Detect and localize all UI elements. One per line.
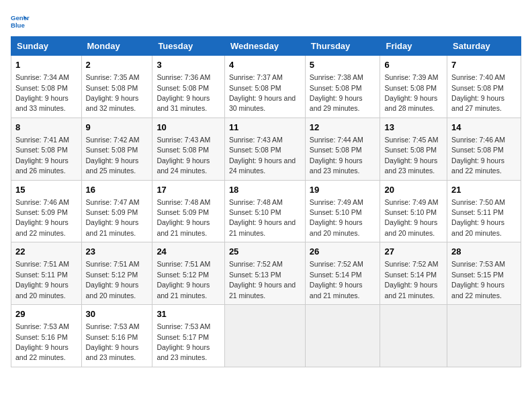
calendar-cell: 9Sunrise: 7:42 AMSunset: 5:08 PMDaylight… <box>81 118 152 180</box>
calendar-cell: 29Sunrise: 7:53 AMSunset: 5:16 PMDayligh… <box>11 305 82 367</box>
day-number: 7 <box>451 59 517 71</box>
day-number: 22 <box>15 246 77 258</box>
day-info: Sunrise: 7:46 AMSunset: 5:09 PMDaylight:… <box>15 198 69 237</box>
day-info: Sunrise: 7:53 AMSunset: 5:16 PMDaylight:… <box>15 322 69 361</box>
calendar-cell: 18Sunrise: 7:48 AMSunset: 5:10 PMDayligh… <box>224 180 305 242</box>
day-number: 3 <box>157 59 220 71</box>
calendar-cell: 15Sunrise: 7:46 AMSunset: 5:09 PMDayligh… <box>11 180 82 242</box>
calendar-cell: 1Sunrise: 7:34 AMSunset: 5:08 PMDaylight… <box>11 56 82 118</box>
day-number: 24 <box>157 246 220 258</box>
day-number: 16 <box>86 184 148 196</box>
calendar-cell: 20Sunrise: 7:49 AMSunset: 5:10 PMDayligh… <box>380 180 447 242</box>
calendar-cell: 14Sunrise: 7:46 AMSunset: 5:08 PMDayligh… <box>447 118 521 180</box>
day-number: 15 <box>15 184 77 196</box>
calendar-cell: 21Sunrise: 7:50 AMSunset: 5:11 PMDayligh… <box>447 180 521 242</box>
day-info: Sunrise: 7:48 AMSunset: 5:10 PMDaylight:… <box>229 198 296 237</box>
day-info: Sunrise: 7:51 AMSunset: 5:12 PMDaylight:… <box>157 260 210 299</box>
day-info: Sunrise: 7:37 AMSunset: 5:08 PMDaylight:… <box>229 73 296 112</box>
day-info: Sunrise: 7:52 AMSunset: 5:14 PMDaylight:… <box>310 260 363 299</box>
calendar-cell: 6Sunrise: 7:39 AMSunset: 5:08 PMDaylight… <box>380 56 447 118</box>
calendar-cell: 26Sunrise: 7:52 AMSunset: 5:14 PMDayligh… <box>305 242 380 305</box>
calendar-week-5: 29Sunrise: 7:53 AMSunset: 5:16 PMDayligh… <box>11 305 521 367</box>
day-number: 26 <box>310 246 376 258</box>
calendar-cell: 3Sunrise: 7:36 AMSunset: 5:08 PMDaylight… <box>152 56 224 118</box>
day-number: 17 <box>157 184 220 196</box>
calendar-header: SundayMondayTuesdayWednesdayThursdayFrid… <box>11 37 521 56</box>
calendar-cell: 2Sunrise: 7:35 AMSunset: 5:08 PMDaylight… <box>81 56 152 118</box>
day-number: 13 <box>384 122 443 134</box>
day-number: 5 <box>310 59 376 71</box>
day-number: 30 <box>86 308 148 320</box>
day-number: 4 <box>229 59 301 71</box>
calendar-cell <box>224 305 305 367</box>
day-info: Sunrise: 7:45 AMSunset: 5:08 PMDaylight:… <box>384 136 438 175</box>
day-number: 20 <box>384 184 443 196</box>
day-info: Sunrise: 7:47 AMSunset: 5:09 PMDaylight:… <box>86 198 140 237</box>
calendar-cell: 12Sunrise: 7:44 AMSunset: 5:08 PMDayligh… <box>305 118 380 180</box>
day-info: Sunrise: 7:41 AMSunset: 5:08 PMDaylight:… <box>15 136 69 175</box>
calendar-cell: 22Sunrise: 7:51 AMSunset: 5:11 PMDayligh… <box>11 242 82 305</box>
day-info: Sunrise: 7:39 AMSunset: 5:08 PMDaylight:… <box>384 73 438 112</box>
calendar-cell: 28Sunrise: 7:53 AMSunset: 5:15 PMDayligh… <box>447 242 521 305</box>
calendar-cell: 13Sunrise: 7:45 AMSunset: 5:08 PMDayligh… <box>380 118 447 180</box>
logo: General Blue <box>11 11 32 30</box>
day-number: 8 <box>15 122 77 134</box>
calendar-cell: 16Sunrise: 7:47 AMSunset: 5:09 PMDayligh… <box>81 180 152 242</box>
day-info: Sunrise: 7:53 AMSunset: 5:16 PMDaylight:… <box>86 322 140 361</box>
calendar-cell: 4Sunrise: 7:37 AMSunset: 5:08 PMDaylight… <box>224 56 305 118</box>
day-number: 29 <box>15 308 77 320</box>
calendar-week-4: 22Sunrise: 7:51 AMSunset: 5:11 PMDayligh… <box>11 242 521 305</box>
day-info: Sunrise: 7:38 AMSunset: 5:08 PMDaylight:… <box>310 73 363 112</box>
day-number: 12 <box>310 122 376 134</box>
calendar-cell <box>447 305 521 367</box>
day-number: 11 <box>229 122 301 134</box>
header-cell-monday: Monday <box>81 37 152 56</box>
svg-text:Blue: Blue <box>11 21 25 29</box>
calendar-cell: 27Sunrise: 7:52 AMSunset: 5:14 PMDayligh… <box>380 242 447 305</box>
calendar-cell: 5Sunrise: 7:38 AMSunset: 5:08 PMDaylight… <box>305 56 380 118</box>
day-number: 6 <box>384 59 443 71</box>
calendar-body: 1Sunrise: 7:34 AMSunset: 5:08 PMDaylight… <box>11 56 521 367</box>
calendar-table: SundayMondayTuesdayWednesdayThursdayFrid… <box>11 36 521 367</box>
header-cell-tuesday: Tuesday <box>152 37 224 56</box>
calendar-cell: 23Sunrise: 7:51 AMSunset: 5:12 PMDayligh… <box>81 242 152 305</box>
day-info: Sunrise: 7:35 AMSunset: 5:08 PMDaylight:… <box>86 73 140 112</box>
calendar-week-2: 8Sunrise: 7:41 AMSunset: 5:08 PMDaylight… <box>11 118 521 180</box>
day-number: 18 <box>229 184 301 196</box>
logo-icon: General Blue <box>11 11 30 30</box>
day-info: Sunrise: 7:51 AMSunset: 5:12 PMDaylight:… <box>86 260 140 299</box>
calendar-week-1: 1Sunrise: 7:34 AMSunset: 5:08 PMDaylight… <box>11 56 521 118</box>
day-info: Sunrise: 7:51 AMSunset: 5:11 PMDaylight:… <box>15 260 69 299</box>
day-info: Sunrise: 7:49 AMSunset: 5:10 PMDaylight:… <box>310 198 363 237</box>
header-cell-friday: Friday <box>380 37 447 56</box>
calendar-cell: 7Sunrise: 7:40 AMSunset: 5:08 PMDaylight… <box>447 56 521 118</box>
calendar-cell: 17Sunrise: 7:48 AMSunset: 5:09 PMDayligh… <box>152 180 224 242</box>
day-info: Sunrise: 7:48 AMSunset: 5:09 PMDaylight:… <box>157 198 210 237</box>
header-cell-thursday: Thursday <box>305 37 380 56</box>
day-info: Sunrise: 7:43 AMSunset: 5:08 PMDaylight:… <box>157 136 210 175</box>
calendar-cell: 24Sunrise: 7:51 AMSunset: 5:12 PMDayligh… <box>152 242 224 305</box>
header-row: SundayMondayTuesdayWednesdayThursdayFrid… <box>11 37 521 56</box>
day-info: Sunrise: 7:43 AMSunset: 5:08 PMDaylight:… <box>229 136 296 175</box>
day-info: Sunrise: 7:34 AMSunset: 5:08 PMDaylight:… <box>15 73 69 112</box>
calendar-cell: 10Sunrise: 7:43 AMSunset: 5:08 PMDayligh… <box>152 118 224 180</box>
calendar-cell: 25Sunrise: 7:52 AMSunset: 5:13 PMDayligh… <box>224 242 305 305</box>
header-cell-sunday: Sunday <box>11 37 82 56</box>
day-info: Sunrise: 7:36 AMSunset: 5:08 PMDaylight:… <box>157 73 210 112</box>
calendar-cell <box>305 305 380 367</box>
day-number: 19 <box>310 184 376 196</box>
calendar-cell: 11Sunrise: 7:43 AMSunset: 5:08 PMDayligh… <box>224 118 305 180</box>
calendar-cell: 30Sunrise: 7:53 AMSunset: 5:16 PMDayligh… <box>81 305 152 367</box>
day-number: 2 <box>86 59 148 71</box>
day-info: Sunrise: 7:42 AMSunset: 5:08 PMDaylight:… <box>86 136 140 175</box>
day-info: Sunrise: 7:44 AMSunset: 5:08 PMDaylight:… <box>310 136 363 175</box>
day-number: 31 <box>157 308 220 320</box>
day-info: Sunrise: 7:49 AMSunset: 5:10 PMDaylight:… <box>384 198 438 237</box>
day-info: Sunrise: 7:40 AMSunset: 5:08 PMDaylight:… <box>451 73 505 112</box>
day-number: 25 <box>229 246 301 258</box>
day-number: 27 <box>384 246 443 258</box>
page-header: General Blue <box>11 11 521 30</box>
calendar-cell: 19Sunrise: 7:49 AMSunset: 5:10 PMDayligh… <box>305 180 380 242</box>
day-info: Sunrise: 7:46 AMSunset: 5:08 PMDaylight:… <box>451 136 505 175</box>
day-number: 1 <box>15 59 77 71</box>
